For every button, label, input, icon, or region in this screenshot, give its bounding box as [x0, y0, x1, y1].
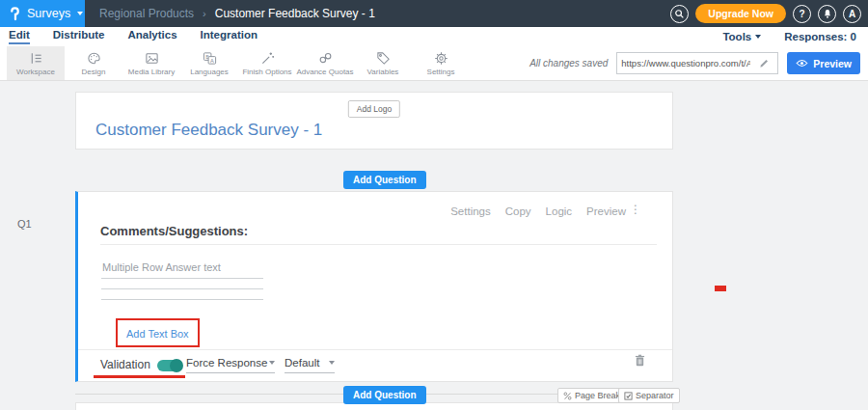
toolbar-item-design[interactable]: Design	[65, 46, 122, 80]
nav-tab-integration[interactable]: Integration	[201, 29, 258, 44]
toolbar-item-settings[interactable]: Settings	[412, 46, 470, 80]
tools-menu[interactable]: Tools	[722, 31, 761, 42]
kebab-menu-icon[interactable]: ⋮	[630, 204, 641, 215]
page-break-button[interactable]: Page Break	[557, 388, 626, 403]
upgrade-now-button[interactable]: Upgrade Now	[695, 4, 786, 23]
tools-label: Tools	[722, 31, 751, 42]
eye-icon	[796, 59, 808, 68]
question-text[interactable]: Comments/Suggestions:	[100, 224, 248, 238]
svg-text:A: A	[210, 57, 214, 63]
answer-row-line	[101, 299, 263, 300]
editor-toolbar: Workspace Design Media Library БA Langua…	[0, 46, 868, 81]
answer-row-line	[101, 288, 263, 289]
responses-count[interactable]: Responses: 0	[784, 31, 856, 42]
question-footer-divider	[78, 349, 672, 350]
nav-tab-edit[interactable]: Edit	[9, 29, 30, 44]
answer-row-line	[101, 278, 263, 279]
tag-icon	[376, 51, 391, 66]
force-response-dropdown[interactable]: Force Response	[186, 357, 275, 373]
image-icon	[145, 51, 159, 66]
survey-header-card: Add Logo Customer Feedback Survey - 1	[75, 92, 673, 150]
question-card: Settings Copy Logic Preview ⋮ Comments/S…	[75, 191, 673, 382]
translate-icon: БA	[203, 51, 217, 66]
validation-label: Validation	[100, 358, 150, 371]
breadcrumb-folder[interactable]: Regional Products	[99, 7, 194, 20]
question-actions: Settings Copy Logic Preview	[450, 205, 626, 217]
nav-items: Edit Distribute Analytics Integration	[9, 29, 258, 44]
add-question-button-bottom[interactable]: Add Question	[343, 386, 426, 404]
toolbar-item-languages[interactable]: БA Languages	[180, 46, 238, 80]
nav-tab-distribute[interactable]: Distribute	[53, 29, 105, 44]
survey-nav: Edit Distribute Analytics Integration To…	[0, 27, 868, 46]
survey-url-input[interactable]	[617, 58, 754, 68]
topbar-actions: Upgrade Now ? A	[670, 4, 868, 23]
search-icon	[674, 9, 685, 19]
questionpro-survey-editor: Surveys Regional Products › Customer Fee…	[0, 0, 868, 410]
breadcrumb-separator: ›	[203, 8, 206, 19]
add-text-box-highlight: Add Text Box	[116, 318, 200, 347]
checkbox-checked-icon	[624, 392, 633, 400]
toolbar-right: All changes saved Preview	[529, 46, 868, 80]
breadcrumb-survey-name: Customer Feedback Survey - 1	[215, 7, 375, 20]
preview-button[interactable]: Preview	[787, 52, 860, 74]
add-logo-button[interactable]: Add Logo	[348, 100, 400, 118]
workspace-icon	[29, 51, 43, 66]
survey-url-box	[616, 52, 778, 74]
search-button[interactable]	[670, 5, 689, 23]
toolbar-item-advance-quotas[interactable]: Advance Quotas	[296, 46, 354, 80]
default-dropdown[interactable]: Default	[285, 357, 335, 373]
question-preview-link[interactable]: Preview	[586, 205, 626, 217]
answer-placeholder[interactable]: Multiple Row Answer text	[102, 261, 221, 273]
question-settings-link[interactable]: Settings	[450, 205, 491, 217]
toolbar-item-variables[interactable]: Variables	[354, 46, 412, 80]
delete-question-button[interactable]	[635, 354, 645, 367]
validation-underline-annotation	[94, 375, 185, 378]
add-question-button-top[interactable]: Add Question	[343, 171, 426, 189]
chevron-down-icon	[269, 361, 275, 365]
top-bar: Surveys Regional Products › Customer Fee…	[0, 0, 868, 27]
questionpro-logo-icon	[9, 7, 21, 21]
help-button[interactable]: ?	[793, 5, 811, 23]
red-dash-annotation	[715, 286, 726, 291]
separator-button[interactable]: Separator	[618, 388, 680, 403]
breadcrumb: Regional Products › Customer Feedback Su…	[99, 7, 375, 20]
account-avatar[interactable]: A	[843, 5, 861, 23]
gear-icon	[434, 51, 448, 66]
nav-right: Tools Responses: 0	[722, 31, 868, 42]
chevron-down-icon	[755, 35, 761, 39]
wand-icon	[260, 51, 275, 66]
chevron-down-icon	[329, 361, 335, 365]
trash-icon	[635, 354, 645, 367]
toolbar-item-finish-options[interactable]: Finish Options	[238, 46, 296, 80]
surveys-product-menu[interactable]: Surveys	[0, 0, 85, 27]
question-divider	[100, 244, 657, 245]
notifications-button[interactable]	[818, 5, 836, 23]
edit-url-button[interactable]	[754, 58, 773, 68]
add-text-box-link[interactable]: Add Text Box	[126, 328, 189, 340]
page-break-icon	[563, 392, 572, 400]
product-label: Surveys	[27, 7, 70, 20]
chain-icon	[318, 51, 333, 66]
validation-toggle[interactable]	[157, 360, 182, 371]
question-copy-link[interactable]: Copy	[505, 205, 531, 217]
save-status: All changes saved	[529, 58, 608, 68]
bell-icon	[823, 9, 832, 19]
toolbar-item-media-library[interactable]: Media Library	[122, 46, 180, 80]
toggle-knob	[170, 359, 183, 372]
toolbar-item-workspace[interactable]: Workspace	[7, 46, 65, 80]
pencil-icon	[759, 58, 770, 68]
nav-tab-analytics[interactable]: Analytics	[127, 29, 176, 44]
question-number: Q1	[17, 218, 32, 230]
question-logic-link[interactable]: Logic	[546, 205, 573, 217]
palette-icon	[87, 51, 101, 66]
survey-title[interactable]: Customer Feedback Survey - 1	[95, 121, 322, 140]
chevron-down-icon	[77, 12, 83, 15]
